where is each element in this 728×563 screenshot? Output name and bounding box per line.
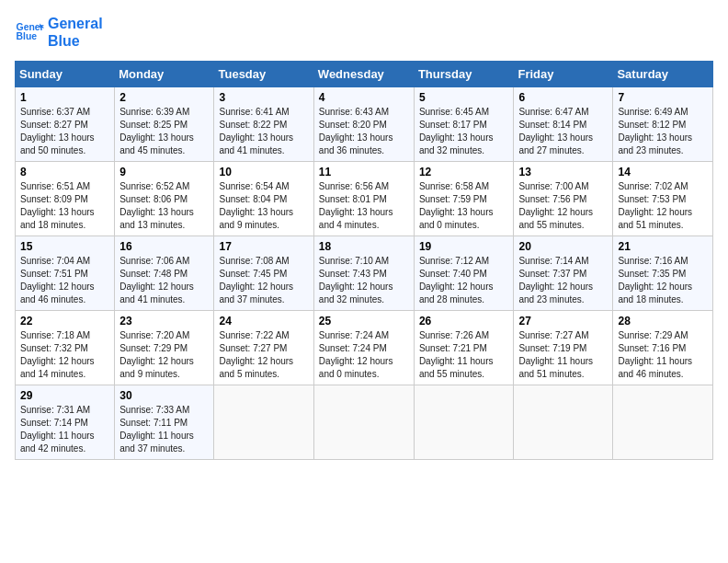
calendar-cell: 1Sunrise: 6:37 AM Sunset: 8:27 PM Daylig… xyxy=(16,87,115,162)
day-info: Sunrise: 7:31 AM Sunset: 7:14 PM Dayligh… xyxy=(20,404,109,455)
day-number: 24 xyxy=(219,315,308,327)
day-info: Sunrise: 7:27 AM Sunset: 7:19 PM Dayligh… xyxy=(518,329,608,381)
day-number: 9 xyxy=(119,166,209,178)
day-info: Sunrise: 6:47 AM Sunset: 8:14 PM Dayligh… xyxy=(518,106,608,157)
column-header-wednesday: Wednesday xyxy=(313,62,414,87)
column-header-friday: Friday xyxy=(514,62,613,87)
day-info: Sunrise: 6:54 AM Sunset: 8:04 PM Dayligh… xyxy=(219,180,308,232)
day-number: 27 xyxy=(518,315,608,327)
day-number: 15 xyxy=(20,240,109,253)
page-header: General Blue General Blue xyxy=(15,15,713,50)
day-number: 23 xyxy=(119,315,209,327)
day-info: Sunrise: 6:37 AM Sunset: 8:27 PM Dayligh… xyxy=(20,106,109,157)
day-number: 14 xyxy=(618,166,708,178)
day-info: Sunrise: 7:24 AM Sunset: 7:24 PM Dayligh… xyxy=(319,329,409,381)
day-info: Sunrise: 7:08 AM Sunset: 7:45 PM Dayligh… xyxy=(219,255,308,306)
calendar-cell: 22Sunrise: 7:18 AM Sunset: 7:32 PM Dayli… xyxy=(16,311,115,385)
day-info: Sunrise: 6:45 AM Sunset: 8:17 PM Dayligh… xyxy=(419,106,509,157)
day-number: 29 xyxy=(20,389,109,402)
calendar-cell: 18Sunrise: 7:10 AM Sunset: 7:43 PM Dayli… xyxy=(313,236,414,311)
calendar-cell xyxy=(613,385,713,460)
day-number: 3 xyxy=(219,91,308,104)
column-header-tuesday: Tuesday xyxy=(214,62,313,87)
day-info: Sunrise: 6:39 AM Sunset: 8:25 PM Dayligh… xyxy=(119,106,209,157)
day-number: 30 xyxy=(119,389,209,402)
calendar-header-row: SundayMondayTuesdayWednesdayThursdayFrid… xyxy=(16,62,713,87)
day-number: 18 xyxy=(319,240,409,253)
calendar-cell: 11Sunrise: 6:56 AM Sunset: 8:01 PM Dayli… xyxy=(313,162,414,236)
day-number: 2 xyxy=(119,91,209,104)
day-info: Sunrise: 7:29 AM Sunset: 7:16 PM Dayligh… xyxy=(618,329,708,381)
day-info: Sunrise: 6:56 AM Sunset: 8:01 PM Dayligh… xyxy=(319,180,409,232)
calendar-cell: 17Sunrise: 7:08 AM Sunset: 7:45 PM Dayli… xyxy=(214,236,313,311)
calendar-cell: 27Sunrise: 7:27 AM Sunset: 7:19 PM Dayli… xyxy=(514,311,613,385)
column-header-sunday: Sunday xyxy=(16,62,115,87)
day-info: Sunrise: 7:00 AM Sunset: 7:56 PM Dayligh… xyxy=(518,180,608,232)
calendar-cell: 15Sunrise: 7:04 AM Sunset: 7:51 PM Dayli… xyxy=(16,236,115,311)
day-number: 19 xyxy=(419,240,509,253)
day-info: Sunrise: 7:10 AM Sunset: 7:43 PM Dayligh… xyxy=(319,255,409,306)
day-number: 5 xyxy=(419,91,509,104)
day-number: 4 xyxy=(319,91,409,104)
calendar-cell: 24Sunrise: 7:22 AM Sunset: 7:27 PM Dayli… xyxy=(214,311,313,385)
day-number: 28 xyxy=(618,315,708,327)
day-info: Sunrise: 6:41 AM Sunset: 8:22 PM Dayligh… xyxy=(219,106,308,157)
logo-text-general: General xyxy=(48,15,103,32)
day-number: 6 xyxy=(518,91,608,104)
calendar-cell: 12Sunrise: 6:58 AM Sunset: 7:59 PM Dayli… xyxy=(414,162,514,236)
svg-text:Blue: Blue xyxy=(17,31,38,41)
day-number: 13 xyxy=(518,166,608,178)
calendar-week-row: 8Sunrise: 6:51 AM Sunset: 8:09 PM Daylig… xyxy=(16,162,713,236)
calendar-cell: 6Sunrise: 6:47 AM Sunset: 8:14 PM Daylig… xyxy=(514,87,613,162)
calendar-cell xyxy=(514,385,613,460)
day-number: 22 xyxy=(20,315,109,327)
calendar-cell: 21Sunrise: 7:16 AM Sunset: 7:35 PM Dayli… xyxy=(613,236,713,311)
day-info: Sunrise: 7:26 AM Sunset: 7:21 PM Dayligh… xyxy=(419,329,509,381)
day-info: Sunrise: 6:58 AM Sunset: 7:59 PM Dayligh… xyxy=(419,180,509,232)
calendar-cell: 14Sunrise: 7:02 AM Sunset: 7:53 PM Dayli… xyxy=(613,162,713,236)
calendar-week-row: 29Sunrise: 7:31 AM Sunset: 7:14 PM Dayli… xyxy=(16,385,713,460)
day-info: Sunrise: 7:18 AM Sunset: 7:32 PM Dayligh… xyxy=(20,329,109,381)
logo-text-blue: Blue xyxy=(48,32,103,50)
calendar-cell xyxy=(414,385,514,460)
calendar-cell: 8Sunrise: 6:51 AM Sunset: 8:09 PM Daylig… xyxy=(16,162,115,236)
day-number: 16 xyxy=(119,240,209,253)
day-number: 20 xyxy=(518,240,608,253)
day-info: Sunrise: 6:51 AM Sunset: 8:09 PM Dayligh… xyxy=(20,180,109,232)
calendar-cell: 9Sunrise: 6:52 AM Sunset: 8:06 PM Daylig… xyxy=(115,162,214,236)
day-number: 25 xyxy=(319,315,409,327)
day-number: 10 xyxy=(219,166,308,178)
calendar-cell: 3Sunrise: 6:41 AM Sunset: 8:22 PM Daylig… xyxy=(214,87,313,162)
day-info: Sunrise: 7:22 AM Sunset: 7:27 PM Dayligh… xyxy=(219,329,308,381)
day-info: Sunrise: 7:02 AM Sunset: 7:53 PM Dayligh… xyxy=(618,180,708,232)
day-number: 26 xyxy=(419,315,509,327)
calendar-cell: 10Sunrise: 6:54 AM Sunset: 8:04 PM Dayli… xyxy=(214,162,313,236)
calendar-week-row: 15Sunrise: 7:04 AM Sunset: 7:51 PM Dayli… xyxy=(16,236,713,311)
calendar-cell xyxy=(313,385,414,460)
calendar-cell: 16Sunrise: 7:06 AM Sunset: 7:48 PM Dayli… xyxy=(115,236,214,311)
day-info: Sunrise: 7:16 AM Sunset: 7:35 PM Dayligh… xyxy=(618,255,708,306)
calendar-week-row: 22Sunrise: 7:18 AM Sunset: 7:32 PM Dayli… xyxy=(16,311,713,385)
calendar-cell: 13Sunrise: 7:00 AM Sunset: 7:56 PM Dayli… xyxy=(514,162,613,236)
column-header-monday: Monday xyxy=(115,62,214,87)
calendar-cell xyxy=(214,385,313,460)
day-info: Sunrise: 7:14 AM Sunset: 7:37 PM Dayligh… xyxy=(518,255,608,306)
calendar-cell: 26Sunrise: 7:26 AM Sunset: 7:21 PM Dayli… xyxy=(414,311,514,385)
day-number: 7 xyxy=(618,91,708,104)
day-number: 1 xyxy=(20,91,109,104)
logo: General Blue General Blue xyxy=(15,15,103,50)
day-number: 8 xyxy=(20,166,109,178)
day-info: Sunrise: 7:06 AM Sunset: 7:48 PM Dayligh… xyxy=(119,255,209,306)
day-number: 17 xyxy=(219,240,308,253)
calendar-cell: 19Sunrise: 7:12 AM Sunset: 7:40 PM Dayli… xyxy=(414,236,514,311)
calendar-cell: 7Sunrise: 6:49 AM Sunset: 8:12 PM Daylig… xyxy=(613,87,713,162)
day-info: Sunrise: 6:49 AM Sunset: 8:12 PM Dayligh… xyxy=(618,106,708,157)
day-info: Sunrise: 6:43 AM Sunset: 8:20 PM Dayligh… xyxy=(319,106,409,157)
calendar-table: SundayMondayTuesdayWednesdayThursdayFrid… xyxy=(15,61,713,460)
calendar-cell: 5Sunrise: 6:45 AM Sunset: 8:17 PM Daylig… xyxy=(414,87,514,162)
day-info: Sunrise: 6:52 AM Sunset: 8:06 PM Dayligh… xyxy=(119,180,209,232)
day-info: Sunrise: 7:20 AM Sunset: 7:29 PM Dayligh… xyxy=(119,329,209,381)
day-info: Sunrise: 7:33 AM Sunset: 7:11 PM Dayligh… xyxy=(119,404,209,455)
calendar-cell: 20Sunrise: 7:14 AM Sunset: 7:37 PM Dayli… xyxy=(514,236,613,311)
column-header-saturday: Saturday xyxy=(613,62,713,87)
